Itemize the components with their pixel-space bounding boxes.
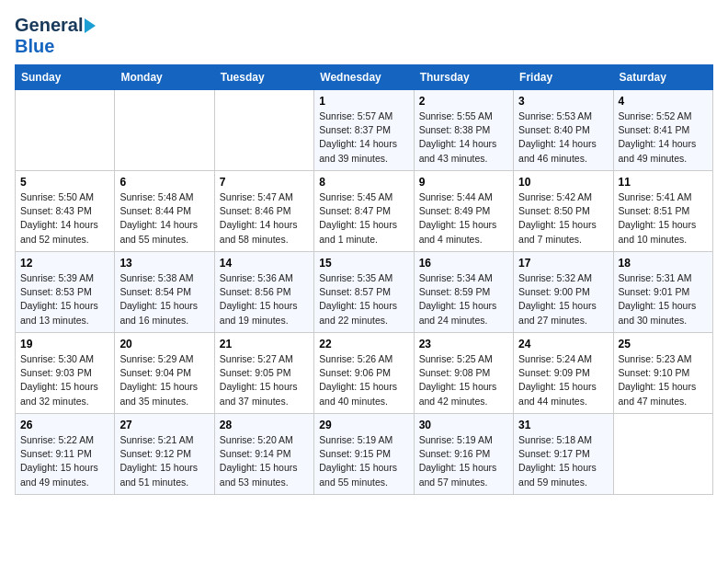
day-number: 8 (319, 176, 408, 189)
header-day-sunday: Sunday (16, 65, 115, 90)
day-cell (115, 90, 214, 171)
day-cell: 16Sunrise: 5:34 AM Sunset: 8:59 PM Dayli… (414, 252, 513, 333)
day-number: 25 (619, 338, 708, 350)
day-number: 21 (220, 338, 309, 350)
day-info: Sunrise: 5:50 AM Sunset: 8:43 PM Dayligh… (20, 190, 109, 247)
day-cell: 31Sunrise: 5:18 AM Sunset: 9:17 PM Dayli… (514, 414, 613, 495)
header-day-thursday: Thursday (414, 65, 513, 90)
day-number: 13 (119, 257, 209, 270)
logo-general: General (15, 15, 83, 36)
day-info: Sunrise: 5:36 AM Sunset: 8:56 PM Dayligh… (220, 271, 309, 327)
day-cell: 10Sunrise: 5:42 AM Sunset: 8:50 PM Dayli… (514, 171, 613, 252)
day-info: Sunrise: 5:22 AM Sunset: 9:11 PM Dayligh… (20, 433, 109, 489)
day-info: Sunrise: 5:35 AM Sunset: 8:57 PM Dayligh… (319, 271, 408, 327)
day-number: 2 (419, 95, 508, 108)
day-info: Sunrise: 5:27 AM Sunset: 9:05 PM Dayligh… (220, 352, 309, 408)
day-cell: 2Sunrise: 5:55 AM Sunset: 8:38 PM Daylig… (414, 90, 513, 171)
header-day-monday: Monday (115, 65, 214, 90)
day-number: 5 (20, 176, 109, 189)
day-number: 18 (619, 257, 708, 270)
day-cell: 20Sunrise: 5:29 AM Sunset: 9:04 PM Dayli… (115, 333, 214, 414)
day-number: 29 (319, 419, 408, 431)
day-cell: 29Sunrise: 5:19 AM Sunset: 9:15 PM Dayli… (314, 414, 414, 495)
day-cell: 11Sunrise: 5:41 AM Sunset: 8:51 PM Dayli… (613, 171, 712, 252)
day-number: 10 (518, 176, 608, 189)
day-number: 14 (220, 257, 309, 270)
day-info: Sunrise: 5:52 AM Sunset: 8:41 PM Dayligh… (619, 109, 708, 166)
week-row-2: 5Sunrise: 5:50 AM Sunset: 8:43 PM Daylig… (16, 171, 713, 252)
header-row: SundayMondayTuesdayWednesdayThursdayFrid… (16, 65, 713, 90)
day-cell: 12Sunrise: 5:39 AM Sunset: 8:53 PM Dayli… (16, 252, 115, 333)
day-number: 22 (319, 338, 408, 350)
day-number: 30 (419, 419, 508, 431)
day-info: Sunrise: 5:19 AM Sunset: 9:15 PM Dayligh… (319, 433, 408, 489)
day-cell (613, 414, 712, 495)
day-number: 24 (518, 338, 608, 350)
day-info: Sunrise: 5:42 AM Sunset: 8:50 PM Dayligh… (518, 190, 608, 247)
day-cell: 25Sunrise: 5:23 AM Sunset: 9:10 PM Dayli… (613, 333, 712, 414)
week-row-5: 26Sunrise: 5:22 AM Sunset: 9:11 PM Dayli… (16, 414, 713, 495)
day-info: Sunrise: 5:21 AM Sunset: 9:12 PM Dayligh… (119, 433, 209, 489)
day-number: 17 (518, 257, 608, 270)
day-cell: 17Sunrise: 5:32 AM Sunset: 9:00 PM Dayli… (514, 252, 613, 333)
day-cell: 9Sunrise: 5:44 AM Sunset: 8:49 PM Daylig… (414, 171, 513, 252)
day-cell: 19Sunrise: 5:30 AM Sunset: 9:03 PM Dayli… (16, 333, 115, 414)
logo: General Blue (15, 15, 96, 57)
day-info: Sunrise: 5:20 AM Sunset: 9:14 PM Dayligh… (220, 433, 309, 489)
day-info: Sunrise: 5:55 AM Sunset: 8:38 PM Dayligh… (419, 109, 508, 166)
day-info: Sunrise: 5:31 AM Sunset: 9:01 PM Dayligh… (619, 271, 708, 327)
day-cell: 8Sunrise: 5:45 AM Sunset: 8:47 PM Daylig… (314, 171, 414, 252)
day-number: 28 (220, 419, 309, 431)
day-number: 27 (119, 419, 209, 431)
day-number: 6 (119, 176, 209, 189)
day-cell: 28Sunrise: 5:20 AM Sunset: 9:14 PM Dayli… (214, 414, 313, 495)
day-cell (16, 90, 115, 171)
day-info: Sunrise: 5:32 AM Sunset: 9:00 PM Dayligh… (518, 271, 608, 327)
day-info: Sunrise: 5:29 AM Sunset: 9:04 PM Dayligh… (119, 352, 209, 408)
day-number: 1 (319, 95, 408, 108)
day-info: Sunrise: 5:39 AM Sunset: 8:53 PM Dayligh… (20, 271, 109, 327)
day-cell: 21Sunrise: 5:27 AM Sunset: 9:05 PM Dayli… (214, 333, 313, 414)
day-number: 11 (619, 176, 708, 189)
day-info: Sunrise: 5:23 AM Sunset: 9:10 PM Dayligh… (619, 352, 708, 408)
day-cell: 6Sunrise: 5:48 AM Sunset: 8:44 PM Daylig… (115, 171, 214, 252)
day-cell: 1Sunrise: 5:57 AM Sunset: 8:37 PM Daylig… (314, 90, 414, 171)
day-number: 31 (518, 419, 608, 431)
header-day-tuesday: Tuesday (214, 65, 313, 90)
header-day-wednesday: Wednesday (314, 65, 414, 90)
day-number: 4 (619, 95, 708, 108)
day-cell: 30Sunrise: 5:19 AM Sunset: 9:16 PM Dayli… (414, 414, 513, 495)
week-row-1: 1Sunrise: 5:57 AM Sunset: 8:37 PM Daylig… (16, 90, 713, 171)
day-number: 19 (20, 338, 109, 350)
day-cell (214, 90, 313, 171)
day-cell: 5Sunrise: 5:50 AM Sunset: 8:43 PM Daylig… (16, 171, 115, 252)
day-info: Sunrise: 5:24 AM Sunset: 9:09 PM Dayligh… (518, 352, 608, 408)
day-number: 7 (220, 176, 309, 189)
day-info: Sunrise: 5:26 AM Sunset: 9:06 PM Dayligh… (319, 352, 408, 408)
day-cell: 4Sunrise: 5:52 AM Sunset: 8:41 PM Daylig… (613, 90, 712, 171)
day-cell: 15Sunrise: 5:35 AM Sunset: 8:57 PM Dayli… (314, 252, 414, 333)
day-number: 15 (319, 257, 408, 270)
day-info: Sunrise: 5:57 AM Sunset: 8:37 PM Dayligh… (319, 109, 408, 166)
week-row-4: 19Sunrise: 5:30 AM Sunset: 9:03 PM Dayli… (16, 333, 713, 414)
day-number: 3 (518, 95, 608, 108)
header-day-saturday: Saturday (613, 65, 712, 90)
day-info: Sunrise: 5:25 AM Sunset: 9:08 PM Dayligh… (419, 352, 508, 408)
calendar-table: SundayMondayTuesdayWednesdayThursdayFrid… (15, 64, 713, 495)
day-number: 26 (20, 419, 109, 431)
day-info: Sunrise: 5:53 AM Sunset: 8:40 PM Dayligh… (518, 109, 608, 166)
header: General Blue (15, 15, 713, 57)
day-number: 16 (419, 257, 508, 270)
day-cell: 23Sunrise: 5:25 AM Sunset: 9:08 PM Dayli… (414, 333, 513, 414)
day-info: Sunrise: 5:34 AM Sunset: 8:59 PM Dayligh… (419, 271, 508, 327)
day-info: Sunrise: 5:47 AM Sunset: 8:46 PM Dayligh… (220, 190, 309, 247)
week-row-3: 12Sunrise: 5:39 AM Sunset: 8:53 PM Dayli… (16, 252, 713, 333)
day-info: Sunrise: 5:38 AM Sunset: 8:54 PM Dayligh… (119, 271, 209, 327)
day-number: 20 (119, 338, 209, 350)
day-info: Sunrise: 5:45 AM Sunset: 8:47 PM Dayligh… (319, 190, 408, 247)
day-cell: 3Sunrise: 5:53 AM Sunset: 8:40 PM Daylig… (514, 90, 613, 171)
day-cell: 22Sunrise: 5:26 AM Sunset: 9:06 PM Dayli… (314, 333, 414, 414)
day-cell: 24Sunrise: 5:24 AM Sunset: 9:09 PM Dayli… (514, 333, 613, 414)
logo-blue: Blue (15, 36, 54, 57)
day-cell: 27Sunrise: 5:21 AM Sunset: 9:12 PM Dayli… (115, 414, 214, 495)
